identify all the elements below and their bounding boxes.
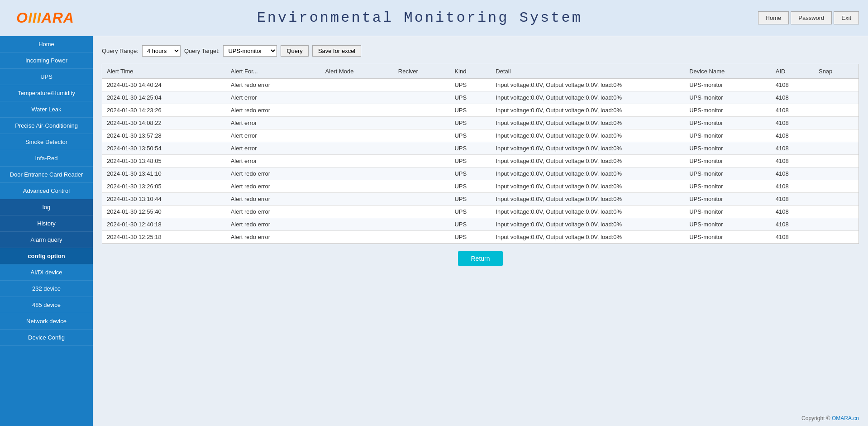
cell-mode bbox=[321, 180, 394, 193]
col-alert-for: Alert For... bbox=[226, 64, 321, 79]
cell-alert-for: Alert redo error bbox=[226, 168, 321, 180]
cell-snap bbox=[814, 142, 858, 155]
table-row: 2024-01-30 13:10:44 Alert redo error UPS… bbox=[102, 193, 858, 206]
col-kind: Kind bbox=[450, 64, 491, 79]
cell-snap bbox=[814, 231, 858, 244]
cell-reciver bbox=[394, 79, 450, 91]
sidebar-item-network-device[interactable]: Network device bbox=[0, 313, 93, 330]
table-row: 2024-01-30 12:25:18 Alert redo error UPS… bbox=[102, 231, 858, 244]
sidebar-item-history[interactable]: History bbox=[0, 215, 93, 232]
sidebar-item-config-option[interactable]: config option bbox=[0, 248, 93, 264]
table-row: 2024-01-30 13:41:10 Alert redo error UPS… bbox=[102, 168, 858, 180]
sidebar-item-home[interactable]: Home bbox=[0, 36, 93, 53]
sidebar-item-ai-di-device[interactable]: AI/DI device bbox=[0, 264, 93, 281]
exit-button[interactable]: Exit bbox=[834, 11, 859, 24]
header-buttons: Home Password Exit bbox=[758, 11, 859, 24]
cell-detail: Input voltage:0.0V, Output voltage:0.0V,… bbox=[491, 218, 685, 231]
cell-detail: Input voltage:0.0V, Output voltage:0.0V,… bbox=[491, 104, 685, 117]
cell-mode bbox=[321, 129, 394, 142]
cell-time: 2024-01-30 12:40:18 bbox=[102, 218, 226, 231]
return-button[interactable]: Return bbox=[458, 251, 502, 266]
cell-device-name: UPS-monitor bbox=[685, 218, 771, 231]
footer-link[interactable]: OMARA.cn bbox=[832, 415, 859, 421]
cell-reciver bbox=[394, 91, 450, 104]
cell-aid: 4108 bbox=[771, 193, 814, 206]
cell-device-name: UPS-monitor bbox=[685, 155, 771, 168]
table-row: 2024-01-30 14:08:22 Alert error UPS Inpu… bbox=[102, 117, 858, 129]
cell-device-name: UPS-monitor bbox=[685, 79, 771, 91]
cell-detail: Input voltage:0.0V, Output voltage:0.0V,… bbox=[491, 79, 685, 91]
cell-kind: UPS bbox=[450, 79, 491, 91]
cell-device-name: UPS-monitor bbox=[685, 117, 771, 129]
alert-table-container: Alert Time Alert For... Alert Mode Reciv… bbox=[102, 64, 859, 244]
cell-reciver bbox=[394, 218, 450, 231]
col-device-name: Device Name bbox=[685, 64, 771, 79]
logo-text: OIIIARA bbox=[16, 10, 74, 26]
table-row: 2024-01-30 14:25:04 Alert error UPS Inpu… bbox=[102, 91, 858, 104]
table-row: 2024-01-30 14:40:24 Alert redo error UPS… bbox=[102, 79, 858, 91]
save-excel-button[interactable]: Save for excel bbox=[312, 45, 361, 57]
cell-device-name: UPS-monitor bbox=[685, 142, 771, 155]
return-section: Return bbox=[102, 251, 859, 266]
cell-kind: UPS bbox=[450, 168, 491, 180]
cell-alert-for: Alert redo error bbox=[226, 193, 321, 206]
table-row: 2024-01-30 12:55:40 Alert redo error UPS… bbox=[102, 206, 858, 218]
query-range-select[interactable]: 4 hours 8 hours 12 hours 24 hours bbox=[142, 45, 181, 57]
cell-time: 2024-01-30 13:50:54 bbox=[102, 142, 226, 155]
sidebar-item-water-leak[interactable]: Water Leak bbox=[0, 101, 93, 118]
col-aid: AID bbox=[771, 64, 814, 79]
footer-copyright: Copyright © bbox=[801, 415, 830, 421]
cell-kind: UPS bbox=[450, 142, 491, 155]
cell-mode bbox=[321, 142, 394, 155]
cell-mode bbox=[321, 168, 394, 180]
cell-kind: UPS bbox=[450, 129, 491, 142]
sidebar-item-smoke-detector[interactable]: Smoke Detector bbox=[0, 134, 93, 150]
password-button[interactable]: Password bbox=[791, 11, 832, 24]
cell-mode bbox=[321, 117, 394, 129]
col-snap: Snap bbox=[814, 64, 858, 79]
cell-kind: UPS bbox=[450, 218, 491, 231]
sidebar-item-log[interactable]: log bbox=[0, 199, 93, 215]
sidebar-item-485-device[interactable]: 485 device bbox=[0, 297, 93, 313]
sidebar-item-door-entrance[interactable]: Door Entrance Card Reader bbox=[0, 167, 93, 183]
cell-detail: Input voltage:0.0V, Output voltage:0.0V,… bbox=[491, 117, 685, 129]
sidebar-item-infa-red[interactable]: Infa-Red bbox=[0, 150, 93, 167]
cell-mode bbox=[321, 193, 394, 206]
sidebar-item-incoming-power[interactable]: Incoming Power bbox=[0, 53, 93, 69]
home-button[interactable]: Home bbox=[758, 11, 789, 24]
cell-detail: Input voltage:0.0V, Output voltage:0.0V,… bbox=[491, 129, 685, 142]
sidebar-item-temperature-humidity[interactable]: Temperature/Humidity bbox=[0, 85, 93, 101]
sidebar-item-advanced-control[interactable]: Advanced Control bbox=[0, 183, 93, 199]
sidebar-item-device-config[interactable]: Device Config bbox=[0, 330, 93, 346]
cell-device-name: UPS-monitor bbox=[685, 168, 771, 180]
sidebar-item-precise-air-conditioning[interactable]: Precise Air-Conditioning bbox=[0, 118, 93, 134]
cell-device-name: UPS-monitor bbox=[685, 193, 771, 206]
cell-detail: Input voltage:0.0V, Output voltage:0.0V,… bbox=[491, 168, 685, 180]
cell-snap bbox=[814, 79, 858, 91]
cell-alert-for: Alert error bbox=[226, 129, 321, 142]
footer: Copyright © OMARA.cn bbox=[801, 415, 859, 421]
cell-kind: UPS bbox=[450, 231, 491, 244]
cell-aid: 4108 bbox=[771, 142, 814, 155]
cell-time: 2024-01-30 14:40:24 bbox=[102, 79, 226, 91]
sidebar-item-232-device[interactable]: 232 device bbox=[0, 281, 93, 297]
cell-snap bbox=[814, 104, 858, 117]
cell-time: 2024-01-30 12:25:18 bbox=[102, 231, 226, 244]
cell-detail: Input voltage:0.0V, Output voltage:0.0V,… bbox=[491, 142, 685, 155]
cell-detail: Input voltage:0.0V, Output voltage:0.0V,… bbox=[491, 206, 685, 218]
cell-alert-for: Alert error bbox=[226, 155, 321, 168]
cell-kind: UPS bbox=[450, 193, 491, 206]
sidebar-item-ups[interactable]: UPS bbox=[0, 69, 93, 85]
cell-detail: Input voltage:0.0V, Output voltage:0.0V,… bbox=[491, 193, 685, 206]
query-target-label: Query Target: bbox=[184, 48, 220, 54]
cell-time: 2024-01-30 13:57:28 bbox=[102, 129, 226, 142]
table-row: 2024-01-30 13:48:05 Alert error UPS Inpu… bbox=[102, 155, 858, 168]
query-target-select[interactable]: UPS-monitor Power-monitor Temp-monitor bbox=[223, 45, 277, 57]
cell-aid: 4108 bbox=[771, 91, 814, 104]
cell-kind: UPS bbox=[450, 155, 491, 168]
cell-alert-for: Alert redo error bbox=[226, 218, 321, 231]
cell-aid: 4108 bbox=[771, 129, 814, 142]
query-button[interactable]: Query bbox=[281, 45, 308, 57]
sidebar-item-alarm-query[interactable]: Alarm query bbox=[0, 232, 93, 248]
query-bar: Query Range: 4 hours 8 hours 12 hours 24… bbox=[102, 45, 859, 57]
